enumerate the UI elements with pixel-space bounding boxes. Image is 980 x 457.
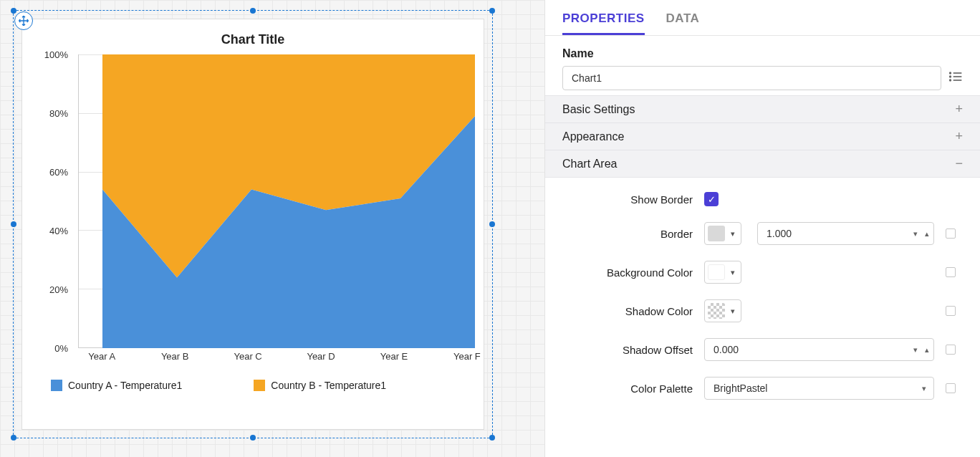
resize-handle-bottom-left[interactable] xyxy=(11,435,16,441)
chart-plot: 100% 80% 60% 40% 20% 0% Year A xyxy=(22,54,484,370)
y-tick: 60% xyxy=(49,167,68,178)
accordion-label: Basic Settings xyxy=(562,103,635,116)
shadow-color-row: Shadow Color ▾ xyxy=(562,299,963,322)
plus-icon: + xyxy=(955,102,963,117)
border-width-spinner[interactable]: 1.000 ▾ ▴ xyxy=(757,222,934,245)
shadow-offset-spinner[interactable]: 0.000 ▾ ▴ xyxy=(704,338,934,361)
chart-legend: Country A - Temperature1 Country B - Tem… xyxy=(22,370,484,401)
panel-tabs: PROPERTIES DATA xyxy=(545,0,980,36)
accordion-chart-area[interactable]: Chart Area − xyxy=(545,150,980,178)
accordion-appearance[interactable]: Appearance + xyxy=(545,122,980,150)
advanced-check[interactable] xyxy=(946,267,956,277)
chart-y-axis: 100% 80% 60% 40% 20% 0% xyxy=(22,54,74,348)
border-label: Border xyxy=(562,228,693,240)
show-border-row: Show Border ✓ xyxy=(562,192,963,206)
legend-item-b: Country B - Temperature1 xyxy=(254,380,386,391)
x-tick: Year F xyxy=(453,351,481,362)
y-tick: 20% xyxy=(49,284,68,295)
y-tick: 40% xyxy=(49,226,68,236)
x-tick: Year E xyxy=(380,351,408,362)
name-label: Name xyxy=(562,47,963,60)
chevron-down-icon: ▾ xyxy=(726,229,739,239)
chart-plot-area xyxy=(78,54,475,348)
tab-data[interactable]: DATA xyxy=(666,11,700,35)
spinner-down-icon[interactable]: ▾ xyxy=(913,229,918,239)
spinner-value: 0.000 xyxy=(714,344,913,355)
resize-handle-left-center[interactable] xyxy=(11,221,16,227)
chart-title: Chart Title xyxy=(22,19,484,54)
svg-point-3 xyxy=(950,72,951,74)
y-tick: 80% xyxy=(49,108,68,119)
legend-label: Country B - Temperature1 xyxy=(271,380,386,391)
tab-properties[interactable]: PROPERTIES xyxy=(562,11,645,35)
chevron-down-icon: ▾ xyxy=(726,307,739,316)
shadow-color-label: Shadow Color xyxy=(562,305,693,317)
design-canvas[interactable]: Chart Title 100% 80% 60% 40% 20% 0% xyxy=(0,0,544,457)
chevron-down-icon: ▾ xyxy=(922,384,926,393)
advanced-check[interactable] xyxy=(946,383,956,393)
accordion-label: Appearance xyxy=(562,130,624,143)
resize-handle-top-left[interactable] xyxy=(11,8,16,14)
name-input[interactable] xyxy=(562,66,941,90)
show-border-label: Show Border xyxy=(562,193,693,206)
x-tick: Year C xyxy=(234,351,261,362)
chart-widget[interactable]: Chart Title 100% 80% 60% 40% 20% 0% xyxy=(21,19,484,430)
spinner-value: 1.000 xyxy=(767,228,913,239)
color-palette-select[interactable]: BrightPastel ▾ xyxy=(704,377,934,400)
properties-panel: PROPERTIES DATA Name Basic Settings + Ap… xyxy=(544,0,980,457)
plus-icon: + xyxy=(955,129,963,144)
advanced-check[interactable] xyxy=(946,345,956,355)
chart-x-axis: Year A Year B Year C Year D Year E Year … xyxy=(78,351,475,368)
advanced-check[interactable] xyxy=(946,306,956,316)
legend-item-a: Country A - Temperature1 xyxy=(51,380,182,391)
color-swatch-icon xyxy=(708,303,725,319)
background-color-picker[interactable]: ▾ xyxy=(704,261,741,284)
color-swatch-icon xyxy=(708,264,725,280)
resize-handle-bottom-right[interactable] xyxy=(489,435,495,441)
accordion-label: Chart Area xyxy=(562,158,617,170)
legend-swatch-orange xyxy=(254,380,265,391)
color-palette-row: Color Palette BrightPastel ▾ xyxy=(562,377,963,400)
shadow-offset-label: Shadow Offset xyxy=(562,344,693,356)
color-swatch-icon xyxy=(708,226,725,241)
resize-handle-top-center[interactable] xyxy=(250,8,256,14)
spinner-up-icon[interactable]: ▴ xyxy=(925,229,929,239)
resize-handle-right-center[interactable] xyxy=(489,221,495,227)
resize-handle-top-right[interactable] xyxy=(489,8,495,14)
chart-svg xyxy=(102,54,475,348)
minus-icon: − xyxy=(955,156,963,171)
border-row: Border ▾ 1.000 ▾ ▴ xyxy=(562,222,963,245)
advanced-check[interactable] xyxy=(946,228,956,239)
legend-swatch-blue xyxy=(51,380,62,391)
svg-point-5 xyxy=(950,80,951,81)
shadow-offset-row: Shadow Offset 0.000 ▾ ▴ xyxy=(562,338,963,361)
spinner-up-icon[interactable]: ▴ xyxy=(925,345,929,355)
y-tick: 0% xyxy=(54,343,68,354)
background-color-label: Background Color xyxy=(562,266,693,279)
accordion-basic-settings[interactable]: Basic Settings + xyxy=(545,95,980,123)
chevron-down-icon: ▾ xyxy=(726,268,739,277)
x-tick: Year B xyxy=(161,351,189,362)
shadow-color-picker[interactable]: ▾ xyxy=(704,299,741,322)
name-section: Name xyxy=(545,36,980,96)
x-tick: Year D xyxy=(307,351,335,362)
show-border-checkbox[interactable]: ✓ xyxy=(704,192,719,206)
border-color-picker[interactable]: ▾ xyxy=(704,222,741,245)
background-color-row: Background Color ▾ xyxy=(562,261,963,284)
legend-label: Country A - Temperature1 xyxy=(68,380,182,391)
resize-handle-bottom-center[interactable] xyxy=(250,435,256,441)
color-palette-label: Color Palette xyxy=(562,383,693,395)
list-icon[interactable] xyxy=(948,69,963,87)
svg-point-4 xyxy=(950,76,951,77)
move-handle-icon[interactable] xyxy=(14,11,33,30)
chart-area-body: Show Border ✓ Border ▾ 1.000 ▾ ▴ Backgro… xyxy=(545,178,980,423)
y-tick: 100% xyxy=(44,49,68,60)
select-value: BrightPastel xyxy=(714,383,767,394)
spinner-down-icon[interactable]: ▾ xyxy=(913,345,918,355)
x-tick: Year A xyxy=(88,351,115,362)
